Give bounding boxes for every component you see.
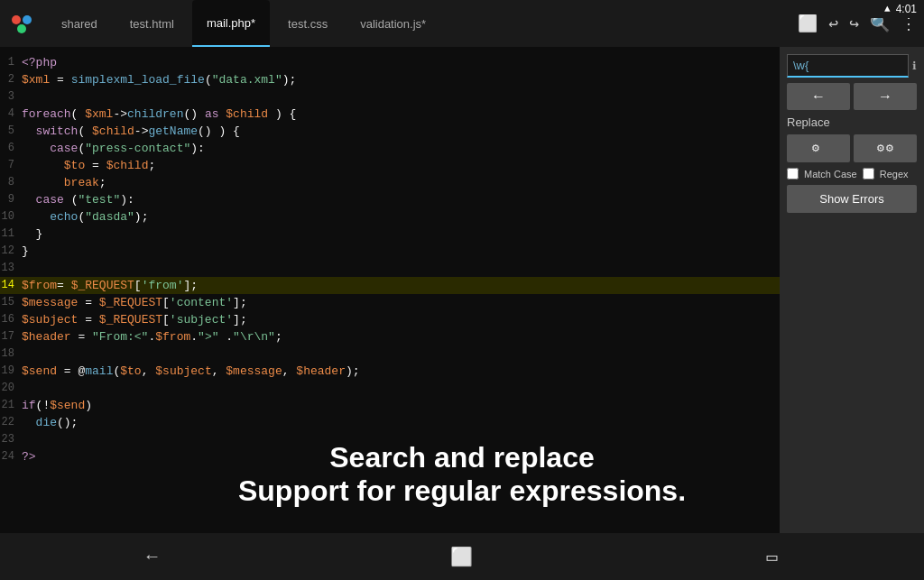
- replace-one-button[interactable]: ⚙: [787, 134, 850, 162]
- search-input-row: ℹ: [787, 54, 917, 78]
- nav-row: ← →: [787, 83, 917, 110]
- bottom-nav-bar: ← ⬜ ▭: [0, 533, 924, 580]
- code-line-18: 18: [0, 345, 780, 363]
- main-area: 1 <?php 2 $xml = simplexml_load_file("da…: [0, 47, 924, 580]
- code-line-5: 5 switch( $child->getName() ) {: [0, 123, 780, 140]
- code-line-2: 2 $xml = simplexml_load_file("data.xml")…: [0, 71, 780, 88]
- recent-apps-button[interactable]: ▭: [766, 546, 777, 568]
- code-line-1: 1 <?php: [0, 54, 780, 71]
- replace-btn-row: ⚙ ⚙⚙: [787, 134, 917, 162]
- square-icon[interactable]: ⬜: [798, 14, 818, 33]
- code-line-7: 7 $to = $child;: [0, 157, 780, 174]
- svg-text:⚙⚙: ⚙⚙: [876, 143, 894, 153]
- options-row: Match Case Regex: [787, 168, 917, 180]
- info-icon[interactable]: ℹ: [912, 60, 917, 73]
- tab-test-css[interactable]: test.css: [273, 0, 342, 47]
- home-button[interactable]: ⬜: [450, 546, 473, 568]
- regex-label: Regex: [880, 169, 909, 180]
- code-line-19: 19 $send = @mail($to, $subject, $message…: [0, 363, 780, 380]
- code-line-23: 23: [0, 431, 780, 448]
- replace-label: Replace: [787, 115, 917, 129]
- code-line-9: 9 case ("test"):: [0, 191, 780, 208]
- code-line-20: 20: [0, 380, 780, 397]
- tab-mail-php[interactable]: mail.php*: [192, 0, 270, 47]
- tab-shared[interactable]: shared: [47, 0, 112, 47]
- code-line-8: 8 break;: [0, 174, 780, 191]
- next-match-button[interactable]: →: [854, 83, 917, 110]
- code-editor[interactable]: 1 <?php 2 $xml = simplexml_load_file("da…: [0, 47, 780, 580]
- svg-text:⚙: ⚙: [811, 143, 820, 153]
- tab-test-html[interactable]: test.html: [116, 0, 189, 47]
- code-line-13: 13: [0, 260, 780, 277]
- search-field[interactable]: [787, 54, 909, 78]
- code-line-10: 10 echo("dasda");: [0, 208, 780, 226]
- code-line-21: 21 if(!$send): [0, 397, 780, 414]
- regex-checkbox[interactable]: [863, 168, 874, 180]
- top-bar: shared test.html mail.php* test.css vali…: [0, 0, 924, 47]
- replace-all-button[interactable]: ⚙⚙: [854, 134, 917, 162]
- show-errors-button[interactable]: Show Errors: [787, 185, 917, 213]
- code-line-24: 24 ?>: [0, 448, 780, 465]
- code-line-12: 12 }: [0, 243, 780, 260]
- wifi-icon: ▲: [884, 4, 891, 14]
- back-button[interactable]: ←: [146, 547, 157, 567]
- code-line-4: 4 foreach( $xml->children() as $child ) …: [0, 106, 780, 123]
- code-line-16: 16 $subject = $_REQUEST['subject'];: [0, 311, 780, 328]
- code-line-14: 14 $from= $_REQUEST['from'];: [0, 277, 780, 294]
- code-line-11: 11 }: [0, 226, 780, 243]
- app-logo: [7, 9, 36, 38]
- search-replace-panel: ℹ ← → Replace ⚙ ⚙⚙ Match Case Regex: [780, 47, 924, 580]
- svg-point-2: [17, 24, 26, 33]
- tab-validation-js[interactable]: validation.js*: [346, 0, 440, 47]
- code-line-6: 6 case("press-contact"):: [0, 140, 780, 157]
- status-time: 4:01: [896, 3, 917, 15]
- code-line-3: 3: [0, 88, 780, 106]
- status-bar: ▲ 4:01: [834, 0, 924, 18]
- match-case-checkbox[interactable]: [787, 168, 799, 180]
- code-line-17: 17 $header = "From:<".$from.">" ."\r\n";: [0, 328, 780, 345]
- code-line-15: 15 $message = $_REQUEST['content'];: [0, 294, 780, 311]
- svg-point-0: [12, 15, 21, 24]
- svg-point-1: [23, 15, 32, 24]
- match-case-label: Match Case: [804, 169, 857, 180]
- code-line-22: 22 die();: [0, 414, 780, 431]
- prev-match-button[interactable]: ←: [787, 83, 850, 110]
